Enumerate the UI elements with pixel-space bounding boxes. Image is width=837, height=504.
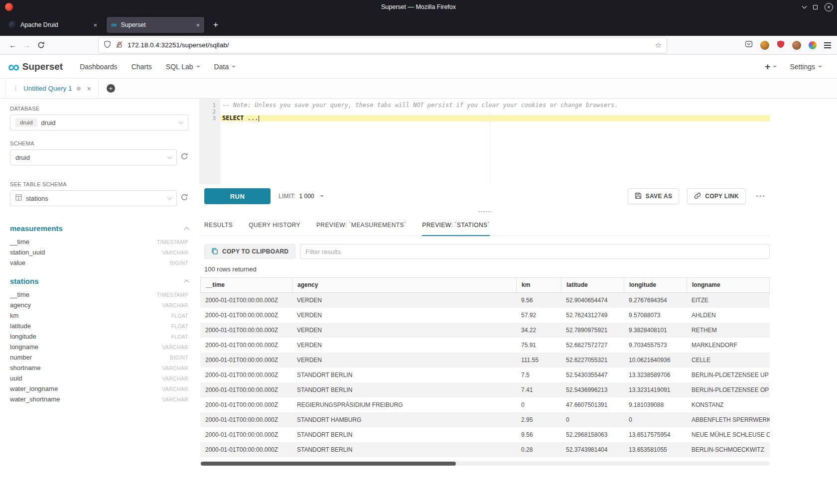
query-tab-close-icon[interactable] [87,85,91,93]
database-type-badge: druid [15,118,37,127]
settings-menu[interactable]: Settings [790,63,822,71]
cell-time: 2000-01-01T00:00:00.000Z [200,368,292,382]
nav-item-label: SQL Lab [166,63,193,71]
line-number: 1 [199,102,216,109]
column-name: __time [10,238,29,246]
save-as-button[interactable]: SAVE AS [628,188,679,204]
table-section-measurements[interactable]: measurements [10,224,188,233]
table-section-stations[interactable]: stations [10,277,188,285]
menu-icon[interactable] [824,45,831,46]
tab-close-icon[interactable] [196,21,200,29]
column-name: shortname [10,364,40,372]
extension-pinwheel-icon[interactable] [809,41,817,49]
limit-dropdown[interactable]: LIMIT: 1 000 [279,193,324,200]
nav-item[interactable]: SQL Lab [166,63,200,71]
nav-item-label: Dashboards [80,63,118,71]
cell-km: 7.5 [516,368,561,382]
column-name: latitude [10,322,31,330]
refresh-tables-icon[interactable] [180,193,188,203]
limit-value: 1 000 [299,193,314,200]
drag-grip-icon[interactable] [12,85,19,92]
column-name: __time [10,291,29,298]
window-close-icon[interactable] [825,3,833,11]
add-query-tab-button[interactable] [107,84,115,93]
cell-km: 111.55 [516,353,561,368]
table-select[interactable]: stations [10,190,177,206]
superset-favicon [111,21,117,29]
copy-link-label: COPY LINK [705,193,739,200]
query-tab[interactable]: Untitled Query 1 [5,79,99,98]
cell-time: 2000-01-01T00:00:00.000Z [200,397,292,412]
tab-close-icon[interactable] [93,21,97,29]
browser-tab-superset[interactable]: Superset [107,17,204,33]
extension-avatar-icon[interactable] [792,41,801,50]
chevron-up-icon [184,280,189,285]
ublock-shield-icon[interactable] [777,40,785,50]
header-cell-longitude[interactable]: longitude [624,278,687,292]
new-tab-button[interactable] [209,20,222,30]
tracking-shield-icon[interactable] [104,40,111,50]
results-controls: COPY TO CLIPBOARD [204,244,770,259]
add-new-button[interactable] [765,61,777,72]
copy-to-clipboard-label: COPY TO CLIPBOARD [222,248,288,255]
cell-longitude: 9.2767694354 [624,293,687,308]
database-label: DATABASE [10,106,188,112]
results-tab[interactable]: RESULTS [204,215,233,236]
cell-km: 0.28 [516,442,561,457]
pane-resizer[interactable] [199,208,770,215]
window-titlebar: Superset — Mozilla Firefox [0,0,837,14]
nav-item-label: Data [214,63,229,71]
schema-select[interactable]: druid [10,149,177,165]
results-tab[interactable]: QUERY HISTORY [249,215,300,236]
reload-button[interactable] [34,38,48,52]
header-cell-time[interactable]: __time [201,278,292,292]
settings-label: Settings [790,63,815,71]
browser-nav-toolbar: 172.18.0.4:32251/superset/sqllab/ [0,36,837,55]
nav-item[interactable]: Charts [132,63,152,71]
cell-longname: NEUE MÜHLE SCHLEUSE OP [687,427,770,442]
account-avatar-icon[interactable] [760,41,769,50]
forward-button[interactable] [20,38,34,52]
refresh-schema-icon[interactable] [180,152,188,162]
cell-longitude: 9.181039088 [624,397,687,412]
column-row: water_shortname VARCHAR [10,394,188,404]
url-bar[interactable]: 172.18.0.4:32251/superset/sqllab/ [99,38,667,53]
copy-link-button[interactable]: COPY LINK [687,188,746,204]
horizontal-scrollbar[interactable] [200,461,770,466]
database-select[interactable]: druid druid [10,115,188,130]
copy-to-clipboard-button[interactable]: COPY TO CLIPBOARD [204,244,295,259]
cell-longname: EITZE [687,293,770,308]
more-options-button[interactable] [754,191,768,201]
results-tab-label: PREVIEW: `MEASUREMENTS` [316,222,406,229]
pocket-icon[interactable] [745,40,753,50]
window-restore-icon[interactable] [813,5,818,9]
cell-longname: KONSTANZ [687,397,770,412]
bookmark-star-icon[interactable] [655,41,662,50]
chevron-down-icon [320,195,324,197]
editor-code[interactable]: -- Note: Unless you save your query, the… [220,99,770,184]
table-row: 2000-01-01T00:00:00.000Z STANDORT HAMBUR… [200,412,770,427]
filter-results-input[interactable] [300,244,770,259]
back-button[interactable] [6,38,20,52]
cell-time: 2000-01-01T00:00:00.000Z [200,412,292,427]
database-value: druid [41,119,56,126]
header-cell-latitude[interactable]: latitude [561,278,624,292]
superset-brand[interactable]: Superset [8,61,63,73]
header-cell-longname[interactable]: longname [687,278,770,292]
scrollbar-thumb[interactable] [201,462,456,466]
header-cell-km[interactable]: km [517,278,561,292]
nav-item[interactable]: Data [214,63,236,71]
results-tab[interactable]: PREVIEW: `STATIONS` [422,215,490,236]
results-tab[interactable]: PREVIEW: `MEASUREMENTS` [316,215,406,236]
nav-item[interactable]: Dashboards [80,63,118,71]
sql-editor[interactable]: 123 -- Note: Unless you save your query,… [199,99,770,184]
run-button[interactable]: RUN [204,188,271,204]
cell-latitude: 52.2968158063 [561,427,624,442]
browser-tab-druid[interactable]: Apache Druid [4,17,102,33]
insecure-lock-icon[interactable] [116,41,123,50]
window-minimize-icon[interactable] [802,4,807,9]
url-text[interactable]: 172.18.0.4:32251/superset/sqllab/ [128,41,651,49]
cell-agency: VERDEN [292,353,516,368]
header-cell-agency[interactable]: agency [292,278,517,292]
table-section-name: measurements [10,224,63,233]
